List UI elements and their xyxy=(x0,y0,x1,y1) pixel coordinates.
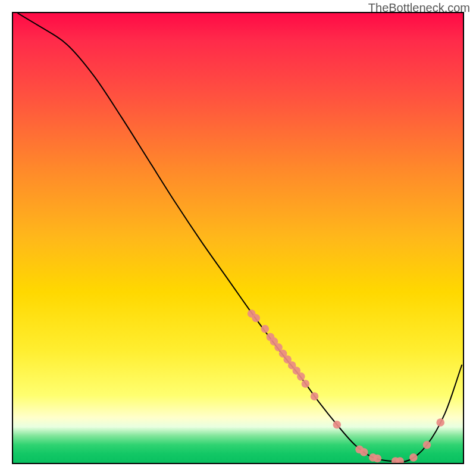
scatter-point xyxy=(297,372,305,381)
curve-path xyxy=(18,13,462,462)
scatter-point xyxy=(261,325,270,333)
bottleneck-chart: TheBottleneck.com xyxy=(0,0,476,476)
scatter-layer xyxy=(248,309,444,463)
scatter-point xyxy=(374,455,382,463)
plot-area xyxy=(12,12,464,464)
scatter-point xyxy=(252,314,260,322)
scatter-point xyxy=(409,453,418,462)
curve-layer xyxy=(18,13,462,462)
scatter-point xyxy=(333,421,342,429)
scatter-point xyxy=(302,380,310,388)
scatter-point xyxy=(436,418,444,427)
scatter-point xyxy=(360,448,368,456)
scatter-point xyxy=(423,441,431,449)
scatter-point xyxy=(311,392,319,400)
chart-svg xyxy=(13,13,463,463)
